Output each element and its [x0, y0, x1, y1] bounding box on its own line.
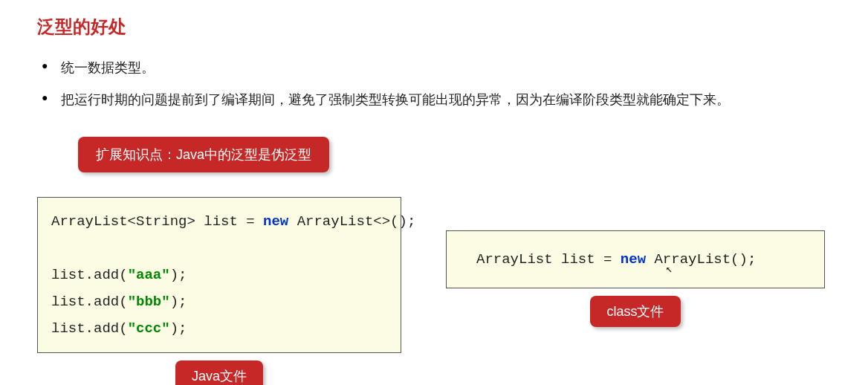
code-string: "aaa" [128, 267, 170, 283]
code-keyword: new [621, 251, 646, 268]
code-text: ArrayList<>(); [288, 213, 415, 230]
code-text: list.add( [51, 320, 128, 337]
java-file-label: Java文件 [175, 360, 263, 385]
knowledge-badge: 扩展知识点：Java中的泛型是伪泛型 [78, 137, 329, 172]
code-text: list.add( [51, 294, 128, 310]
code-row: ArrayList<String> list = new ArrayList<>… [37, 197, 831, 385]
code-keyword: new [263, 213, 288, 230]
bullet-item: 统一数据类型。 [37, 57, 831, 79]
class-code-box: ArrayList list = new ArrayList();↖ [446, 230, 825, 288]
code-text: list.add( [51, 267, 128, 283]
code-text: ArrayList(); [646, 251, 756, 268]
section-title: 泛型的好处 [37, 15, 831, 39]
class-file-label: class文件 [590, 296, 680, 327]
java-file-column: ArrayList<String> list = new ArrayList<>… [37, 197, 401, 385]
code-text: ArrayList<String> list = [51, 213, 263, 230]
bullet-item: 把运行时期的问题提前到了编译期间，避免了强制类型转换可能出现的异常，因为在编译阶… [37, 89, 831, 111]
code-text: ); [170, 267, 187, 283]
code-text: ArrayList list = [476, 251, 621, 268]
class-file-column: ArrayList list = new ArrayList();↖ class… [446, 197, 825, 327]
code-string: "ccc" [128, 320, 170, 337]
java-code-box: ArrayList<String> list = new ArrayList<>… [37, 197, 401, 353]
code-text: ); [170, 294, 187, 310]
code-text: ); [170, 320, 187, 337]
code-string: "bbb" [128, 294, 170, 310]
bullet-list: 统一数据类型。 把运行时期的问题提前到了编译期间，避免了强制类型转换可能出现的异… [37, 57, 831, 111]
